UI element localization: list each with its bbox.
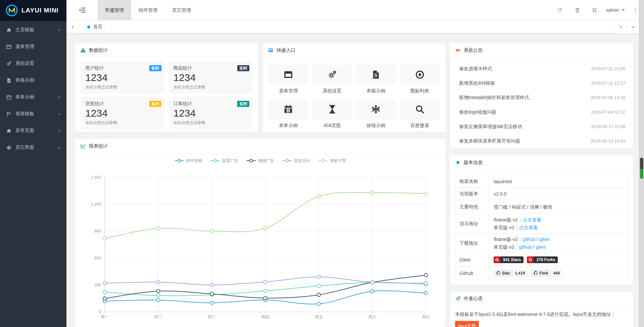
flag-icon <box>6 111 12 117</box>
legend-item-4[interactable]: 直接访问 <box>282 158 310 164</box>
version-row-6: GiteeG941 StarsG278 Forks <box>455 253 628 267</box>
link-github[interactable]: github <box>519 244 532 250</box>
quick-tile-8[interactable]: 百度搜索 <box>400 99 440 132</box>
sidebar-item-label: 表格示例 <box>15 77 34 83</box>
tabs-scroll-left-button[interactable] <box>66 21 79 33</box>
logo[interactable]: LAYUI MINI <box>0 0 66 21</box>
quick-tile-6[interactable]: 404页面 <box>312 99 353 132</box>
quick-tile-label: 百度搜索 <box>400 123 440 129</box>
refresh-icon[interactable] <box>553 0 566 20</box>
tabs-menu-button[interactable] <box>627 21 639 33</box>
tabs-scroll-right-button[interactable] <box>614 21 627 33</box>
card-system-notice-header: 系统公告 <box>450 43 633 58</box>
sidebar: LAYUI MINI 主页模板菜单管理系统设置表格示例表单示例登录模板异常页面其… <box>0 0 66 327</box>
quick-tile-4[interactable]: 图标列表 <box>400 65 440 97</box>
top-tab-2[interactable]: 组件管理 <box>131 0 165 20</box>
github-star-badge[interactable]: Star1,419 <box>494 270 528 277</box>
svg-text:周四: 周四 <box>261 315 269 319</box>
version-row-label: 当前版本 <box>455 188 489 200</box>
notice-text: 修复多模块菜单栏展开有问题 <box>459 138 520 144</box>
version-row-label: Github <box>455 267 489 280</box>
notice-item-4[interactable]: 修改logo缩放问题2019-07-04 11:02 <box>455 105 628 119</box>
sidebar-item-5[interactable]: 表单示例 <box>0 89 66 106</box>
legend-marker <box>246 158 256 163</box>
quick-tile-3[interactable]: 表格示例 <box>356 65 396 97</box>
version-row-7: GithubStar1,419Fork440 <box>455 267 628 280</box>
scrollbar-thumb[interactable] <box>640 158 643 179</box>
card-title: 数据统计 <box>89 47 108 53</box>
legend-item-3[interactable]: 视频广告 <box>246 158 274 164</box>
legend-label: 邮件营销 <box>186 158 202 164</box>
tab-home-label: 首页 <box>93 24 103 30</box>
github-fork-badge[interactable]: Fork440 <box>531 270 562 277</box>
notice-item-5[interactable]: 修复左侧菜单缩放tab无法移动2019-06-17 11:55 <box>455 119 628 134</box>
quick-tile-7[interactable]: 按钮示例 <box>356 99 396 132</box>
github-badges: Star1,419Fork440 <box>494 270 623 277</box>
sidebar-item-1[interactable]: 主页模板 <box>0 22 66 38</box>
sidebar-item-label: 异常页面 <box>15 128 34 134</box>
sidebar-item-8[interactable]: 其它界面 <box>0 139 66 156</box>
notice-item-2[interactable]: 新增系统404模板2019-07-11 12:57 <box>455 76 628 90</box>
sidebar-item-7[interactable]: 异常页面 <box>0 122 66 139</box>
chevron-down-icon <box>57 146 61 150</box>
notice-item-6[interactable]: 修复多模块菜单栏展开有问题2019-06-13 14:53 <box>455 134 628 148</box>
scrollbar-track[interactable] <box>639 0 644 327</box>
version-link-line: iframe版-v2：点击查看 <box>494 216 623 223</box>
tab-home[interactable]: 首页 <box>79 21 111 33</box>
clear-cache-icon[interactable] <box>571 0 584 20</box>
collapse-sidebar-icon[interactable] <box>78 6 86 14</box>
link-gitee[interactable]: gitee <box>536 244 546 250</box>
legend-label: 直接访问 <box>294 158 310 164</box>
link-gitee[interactable]: gitee <box>539 237 549 242</box>
gitee-badge[interactable]: G278 Forks <box>527 256 558 263</box>
stat-label: 商品统计 <box>174 65 248 71</box>
top-tab-1[interactable]: 常规管理 <box>98 0 131 20</box>
link-点击查看[interactable]: 点击查看 <box>523 217 541 222</box>
card-author-words: 作者心语 本模板基于layui2.5.4以及font-awesome-4.7.0… <box>450 291 633 327</box>
sidebar-item-3[interactable]: 系统设置 <box>0 55 66 72</box>
home-icon <box>6 27 12 33</box>
gitee-badge[interactable]: G941 Stars <box>494 256 524 263</box>
legend-item-2[interactable]: 联盟广告 <box>210 158 238 164</box>
quick-tile-icon-box <box>268 65 309 85</box>
sidebar-item-2[interactable]: 菜单管理 <box>0 38 66 55</box>
link-点击查看[interactable]: 点击查看 <box>519 225 538 230</box>
stat-box-1: 用户统计1234当前分类总记录数实时 <box>81 61 165 93</box>
legend-item-1[interactable]: 邮件营销 <box>175 158 202 164</box>
dotCircle-icon <box>415 70 425 80</box>
quick-tile-2[interactable]: 系统设置 <box>312 65 353 97</box>
user-menu[interactable]: admin <box>603 0 628 20</box>
stat-label: 订单统计 <box>174 101 248 107</box>
legend-item-5[interactable]: 搜索引擎 <box>318 158 346 164</box>
asterisk-icon <box>371 104 381 114</box>
svg-text:600: 600 <box>94 256 101 260</box>
gitee-logo: G <box>494 256 500 263</box>
stat-box-4: 订单统计1234当前分类总记录数实时 <box>169 97 253 129</box>
version-row-3: 主要特色零门槛 / 响应式 / 清爽 / 极简 <box>455 200 628 214</box>
legend-marker <box>282 158 292 163</box>
quick-tile-1[interactable]: 菜单管理 <box>268 65 309 97</box>
card-author-words-header: 作者心语 <box>450 291 633 306</box>
sidebar-item-4[interactable]: 表格示例 <box>0 72 66 89</box>
quick-tile-label: 系统设置 <box>312 88 353 94</box>
notice-list: 修改选项卡样式2019-07-11 23:06新增系统404模板2019-07-… <box>450 58 633 148</box>
github-action-label: Star <box>502 271 510 276</box>
svg-text:900: 900 <box>94 229 101 234</box>
notice-text: 修复左侧菜单缩放tab无法移动 <box>459 124 522 130</box>
quick-tile-5[interactable]: 表单示例 <box>268 99 309 132</box>
card-report-stats-header: 报表统计 <box>75 139 445 154</box>
version-row-label: 主要特色 <box>455 200 489 214</box>
version-row-4: 演示地址iframe版-v2：点击查看单页版-v2：点击查看 <box>455 214 628 234</box>
sidebar-item-6[interactable]: 登录模板 <box>0 106 66 122</box>
chevron-down-icon <box>57 95 61 99</box>
top-tab-3[interactable]: 其它管理 <box>165 0 198 20</box>
layui-doc-badge[interactable]: layui文档 <box>455 321 479 327</box>
version-row-label: 下载地址 <box>455 234 489 253</box>
notice-item-1[interactable]: 修改选项卡样式2019-07-11 23:06 <box>455 62 628 76</box>
link-github[interactable]: github <box>523 237 535 242</box>
notice-item-3[interactable]: 新增treetable插件和菜单管理样式2019-07-05 14:28 <box>455 90 628 105</box>
realtime-badge: 实时 <box>149 65 161 71</box>
realtime-badge: 实时 <box>237 101 249 107</box>
fullscreen-icon[interactable] <box>588 0 601 20</box>
card-quick-entry-header: 快捷入口 <box>263 43 445 58</box>
